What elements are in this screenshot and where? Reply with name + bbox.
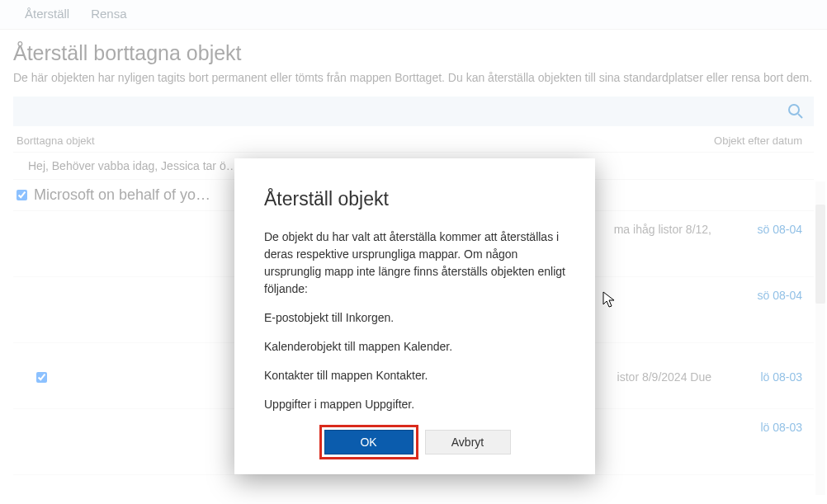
dialog-line-calendar: Kalenderobjekt till mappen Kalender. <box>264 338 565 356</box>
dialog-title: Återställ objekt <box>264 188 565 210</box>
svg-line-1 <box>798 114 802 118</box>
ok-button[interactable]: OK <box>324 430 414 455</box>
group-checkbox[interactable] <box>17 190 27 200</box>
dialog-line-email: E-postobjekt till Inkorgen. <box>264 309 565 327</box>
list-headers: Borttagna objekt Objekt efter datum <box>13 126 814 153</box>
dialog-buttons: OK Avbryt <box>264 425 565 459</box>
restore-command[interactable]: Återställ <box>25 7 69 21</box>
toolbar: Återställ Rensa <box>0 0 827 30</box>
dialog-paragraph: De objekt du har valt att återställa kom… <box>264 228 565 298</box>
page-title: Återställ borttagna objekt <box>13 41 814 65</box>
group-label: Microsoft on behalf of yo… <box>34 186 210 204</box>
item-checkbox[interactable] <box>36 372 47 383</box>
search-icon[interactable] <box>787 103 804 120</box>
header-by-date[interactable]: Objekt efter datum <box>678 134 810 147</box>
cancel-button[interactable]: Avbryt <box>425 430 511 455</box>
header-deleted-items: Borttagna objekt <box>17 134 678 147</box>
svg-point-0 <box>789 105 799 115</box>
item-date: lö 08-03 <box>728 417 810 434</box>
dialog-line-contacts: Kontakter till mappen Kontakter. <box>264 367 565 384</box>
ok-highlight: OK <box>319 425 418 459</box>
dialog-line-tasks: Uppgifter i mappen Uppgifter. <box>264 396 565 413</box>
dialog-body: De objekt du har valt att återställa kom… <box>264 228 565 413</box>
scrollbar-thumb[interactable] <box>815 205 825 304</box>
item-date: lö 08-03 <box>728 367 810 384</box>
search-bar[interactable] <box>13 97 814 126</box>
clear-command[interactable]: Rensa <box>91 7 126 21</box>
page-description: De här objekten har nyligen tagits bort … <box>13 70 814 87</box>
item-date: sö 08-04 <box>728 285 810 302</box>
item-date: sö 08-04 <box>728 219 810 236</box>
restore-dialog: Återställ objekt De objekt du har valt a… <box>234 158 595 474</box>
